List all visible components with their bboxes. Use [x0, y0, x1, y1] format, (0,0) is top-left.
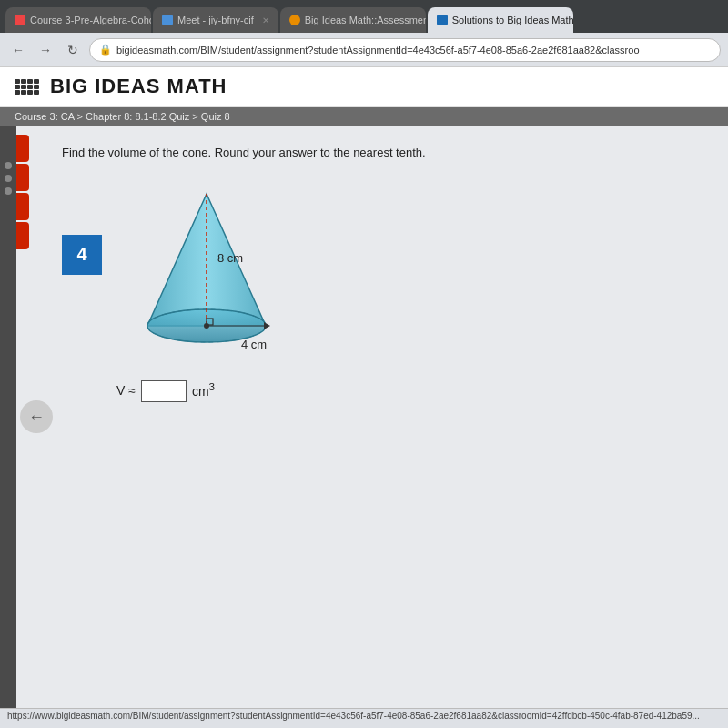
tab-close-2[interactable]: ✕: [262, 15, 269, 25]
forward-button[interactable]: →: [35, 39, 56, 61]
tab-bigideas-assessment[interactable]: Big Ideas Math::Assessment ✕: [280, 7, 426, 33]
left-sidebar: [0, 126, 16, 708]
tab-solutions[interactable]: Solutions to Big Ideas Math ✕: [428, 7, 573, 33]
quiz-area: Find the volume of the cone. Round your …: [16, 126, 728, 708]
lock-icon: 🔒: [99, 44, 112, 56]
page-content: BIG IDEAS MATH Course 3: CA > Chapter 8:…: [0, 67, 728, 708]
svg-marker-7: [264, 322, 270, 329]
left-tab-1[interactable]: [16, 135, 29, 162]
answer-input[interactable]: [141, 380, 187, 402]
question-number-badge: 4: [62, 235, 102, 275]
question-container: 4: [62, 180, 701, 362]
tab-course3[interactable]: Course 3-Pre-Algebra-Coho... ✕: [5, 7, 151, 33]
tab-favicon-3: [289, 15, 300, 25]
sidebar-dot-1: [5, 162, 12, 169]
back-navigation-circle[interactable]: ←: [20, 400, 53, 433]
bim-title: BIG IDEAS MATH: [50, 75, 227, 98]
sidebar-dot-2: [5, 175, 12, 182]
left-tab-4[interactable]: [16, 222, 29, 249]
bim-grid-logo: [15, 79, 39, 95]
bim-header: BIG IDEAS MATH: [0, 67, 728, 107]
question-instruction: Find the volume of the cone. Round your …: [62, 144, 701, 162]
svg-text:4 cm: 4 cm: [241, 338, 267, 351]
tab-label-1: Course 3-Pre-Algebra-Coho...: [30, 15, 151, 25]
tab-favicon-2: [162, 15, 173, 25]
back-button[interactable]: ←: [7, 39, 29, 61]
left-tab-2[interactable]: [16, 164, 29, 191]
cone-diagram: 8 cm 4 cm: [116, 180, 298, 362]
left-tab-3[interactable]: [16, 193, 29, 220]
answer-section: V ≈ cm3: [116, 380, 701, 402]
tab-label-2: Meet - jiy-bfny-cif: [177, 15, 254, 25]
status-bar: https://www.bigideasmath.com/BIM/student…: [0, 708, 728, 728]
tab-label-4: Solutions to Big Ideas Math: [452, 15, 573, 25]
breadcrumb: Course 3: CA > Chapter 8: 8.1-8.2 Quiz >…: [0, 107, 728, 126]
tab-favicon-4: [437, 15, 448, 25]
nav-bar: ← → ↻ 🔒 bigideasmath.com/BIM/student/ass…: [0, 33, 728, 67]
svg-text:8 cm: 8 cm: [217, 251, 243, 265]
tab-bar: Course 3-Pre-Algebra-Coho... ✕ Meet - ji…: [0, 0, 728, 33]
cone-svg: 8 cm 4 cm: [116, 180, 298, 371]
answer-prefix: V ≈: [116, 383, 136, 398]
tab-label-3: Big Ideas Math::Assessment: [305, 15, 426, 25]
answer-superscript: 3: [209, 380, 215, 392]
browser-window: Course 3-Pre-Algebra-Coho... ✕ Meet - ji…: [0, 0, 728, 728]
sidebar-dot-3: [5, 187, 12, 195]
address-bar[interactable]: 🔒 bigideasmath.com/BIM/student/assignmen…: [89, 38, 721, 62]
content-area: ← Find the volume of the cone. Round you…: [0, 126, 728, 708]
tab-favicon-1: [15, 15, 25, 25]
tab-meet[interactable]: Meet - jiy-bfny-cif ✕: [153, 7, 278, 33]
address-text: bigideasmath.com/BIM/student/assignment?…: [116, 45, 640, 56]
answer-unit: cm3: [192, 380, 215, 399]
reload-button[interactable]: ↻: [62, 39, 84, 61]
